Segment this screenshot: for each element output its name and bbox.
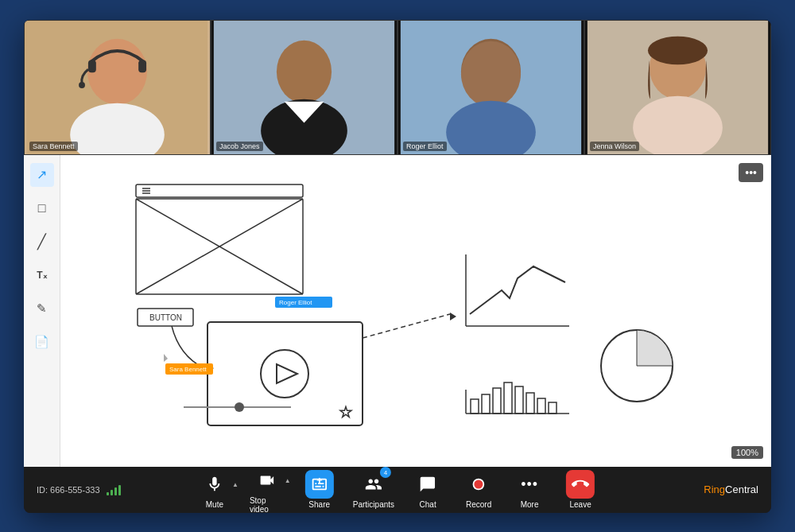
tool-pen[interactable]: ✎ xyxy=(30,297,54,320)
stop-video-arrow-icon[interactable]: ▲ xyxy=(285,476,291,483)
main-area: ↗ □ ╱ Tₓ ✎ 📄 ••• 100% xyxy=(24,155,771,467)
svg-rect-17 xyxy=(136,184,303,197)
participant-name-jenna: Jenna Wilson xyxy=(590,142,639,151)
svg-point-11 xyxy=(461,41,521,107)
participant-tile-sara: Sara Bennett xyxy=(24,20,211,155)
tool-file[interactable]: 📄 xyxy=(30,330,54,354)
meeting-id-text: ID: 666-555-333 xyxy=(37,485,100,495)
record-button[interactable]: Record xyxy=(463,470,494,509)
tool-line[interactable]: ╱ xyxy=(30,230,54,254)
svg-rect-46 xyxy=(526,393,534,414)
participants-icon: 4 xyxy=(359,470,388,499)
svg-point-5 xyxy=(79,82,85,88)
svg-rect-42 xyxy=(482,394,490,414)
leave-icon xyxy=(566,470,595,499)
participants-badge: 4 xyxy=(380,467,391,478)
share-icon xyxy=(305,470,334,499)
svg-rect-44 xyxy=(504,382,512,414)
mute-label: Mute xyxy=(206,500,223,509)
leave-label: Leave xyxy=(570,500,591,509)
more-icon: ••• xyxy=(515,470,544,499)
mute-button[interactable]: ▲ Mute xyxy=(199,470,231,509)
meeting-controls: ▲ Mute ▲ Stop video xyxy=(199,466,596,513)
more-label: More xyxy=(521,500,539,509)
participants-bar: Sara Bennett Jacob Jones You are sharing… xyxy=(24,20,771,155)
chat-icon xyxy=(413,470,442,499)
stop-video-icon: ▲ xyxy=(253,466,281,495)
whiteboard-svg: Roger Elliot BUTTON Sara Bennett xyxy=(60,155,771,467)
brand-logo: RingCentral xyxy=(704,483,758,495)
svg-rect-3 xyxy=(88,60,96,72)
tool-text[interactable]: Tₓ xyxy=(30,263,54,287)
brand-name: RingCentral xyxy=(704,483,758,495)
meeting-id: ID: 666-555-333 xyxy=(37,484,121,495)
tool-select[interactable]: ↗ xyxy=(30,163,54,187)
leave-button[interactable]: Leave xyxy=(564,470,596,509)
svg-text:BUTTON: BUTTON xyxy=(149,313,182,322)
svg-rect-47 xyxy=(537,398,545,414)
participant-video-jacob xyxy=(211,21,397,154)
svg-rect-43 xyxy=(493,388,501,414)
svg-point-1 xyxy=(87,38,147,104)
share-label: Share xyxy=(308,500,330,509)
svg-point-54 xyxy=(475,480,483,489)
svg-rect-48 xyxy=(549,402,556,414)
svg-text:Sara Bennett: Sara Bennett xyxy=(169,366,207,373)
participants-label: Participants xyxy=(353,500,394,509)
svg-rect-45 xyxy=(515,386,523,414)
participant-tile-jenna: Jenna Wilson xyxy=(584,20,771,155)
participant-video-sara xyxy=(25,21,210,154)
svg-marker-32 xyxy=(164,354,168,362)
mute-icon: ▲ xyxy=(200,470,229,499)
mute-arrow-icon[interactable]: ▲ xyxy=(232,481,238,488)
record-icon xyxy=(464,470,493,499)
svg-point-16 xyxy=(648,36,708,64)
stop-video-label: Stop video xyxy=(250,496,285,513)
app-window: Sara Bennett Jacob Jones You are sharing… xyxy=(24,20,771,513)
record-label: Record xyxy=(466,500,491,509)
participant-tile-jacob: Jacob Jones xyxy=(211,20,398,155)
left-toolbar: ↗ □ ╱ Tₓ ✎ 📄 xyxy=(24,155,60,467)
participant-video-jenna xyxy=(585,21,770,154)
chat-label: Chat xyxy=(420,500,436,509)
bottom-bar: ID: 666-555-333 ▲ Mute xyxy=(24,467,771,513)
whiteboard: ••• 100% Roger Elliot xyxy=(60,155,771,467)
tool-rect[interactable]: □ xyxy=(30,196,54,220)
svg-rect-4 xyxy=(138,60,146,72)
participant-name-roger: Roger Elliot xyxy=(403,142,447,151)
svg-text:☆: ☆ xyxy=(339,403,353,421)
stop-video-button[interactable]: ▲ Stop video xyxy=(250,466,285,513)
svg-marker-30 xyxy=(277,364,297,383)
more-button[interactable]: ••• More xyxy=(514,470,545,509)
participant-name-jacob: Jacob Jones xyxy=(216,142,263,151)
share-button[interactable]: Share xyxy=(304,470,335,509)
svg-point-51 xyxy=(235,402,244,412)
participant-video-roger xyxy=(398,21,584,154)
participant-tile-roger: You are sharing your whiteboard Roger El… xyxy=(398,20,584,155)
chat-button[interactable]: Chat xyxy=(412,470,444,509)
more-options-button[interactable]: ••• xyxy=(739,163,763,182)
participants-button[interactable]: 4 Participants xyxy=(355,470,393,509)
svg-line-35 xyxy=(363,314,450,338)
svg-marker-36 xyxy=(450,313,456,320)
svg-text:Roger Elliot: Roger Elliot xyxy=(279,299,312,306)
signal-strength-icon xyxy=(107,484,121,495)
participant-name-sara: Sara Bennett xyxy=(29,142,78,151)
svg-point-29 xyxy=(261,350,308,398)
svg-point-7 xyxy=(277,40,332,103)
svg-rect-41 xyxy=(471,399,479,414)
